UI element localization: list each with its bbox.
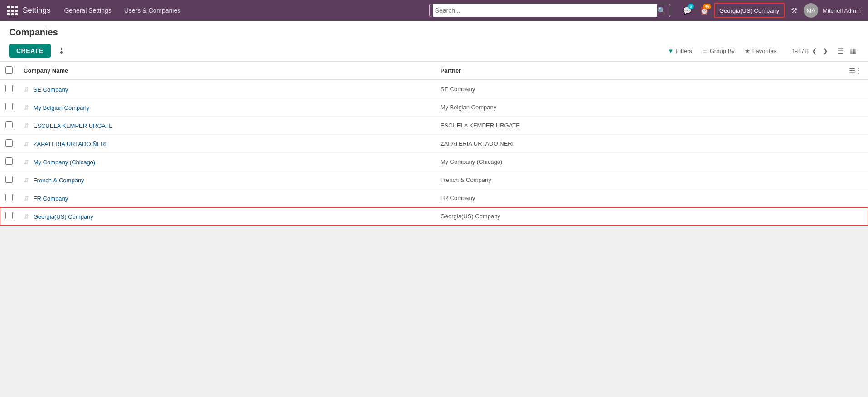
drag-handle-icon: ⇵ xyxy=(24,104,29,111)
company-name-link[interactable]: French & Company xyxy=(34,177,84,184)
companies-table: Company Name Partner ☰⋮ ⇵ SE Company SE … xyxy=(0,62,868,225)
row-partner-cell: ZAPATERIA URTADO ÑERI xyxy=(435,135,844,153)
row-company-name-cell: ⇵ Georgia(US) Company xyxy=(18,207,435,225)
row-company-name-cell: ⇵ ESCUELA KEMPER URGATE xyxy=(18,117,435,135)
table-row: ⇵ ZAPATERIA URTADO ÑERI ZAPATERIA URTADO… xyxy=(0,135,868,153)
toolbar: CREATE ⇣ ▼ Filters ☰ Group By ★ Favorite… xyxy=(0,40,868,62)
row-checkbox-7[interactable] xyxy=(5,212,13,219)
app-title: Settings xyxy=(21,6,58,15)
apps-menu-button[interactable] xyxy=(5,2,21,19)
row-checkbox-1[interactable] xyxy=(5,103,13,110)
col-header-settings[interactable]: ☰⋮ xyxy=(844,62,868,80)
col-header-partner[interactable]: Partner xyxy=(435,62,844,80)
top-navigation: Settings General Settings Users & Compan… xyxy=(0,0,868,21)
activity-badge: 46 xyxy=(703,4,711,9)
company-name-link[interactable]: SE Company xyxy=(34,86,68,93)
row-partner-cell: SE Company xyxy=(435,80,844,98)
row-checkbox-3[interactable] xyxy=(5,139,13,147)
user-name-label[interactable]: Mitchell Admin xyxy=(820,7,863,14)
filters-button[interactable]: ▼ Filters xyxy=(663,45,696,57)
global-search-input[interactable] xyxy=(433,4,657,17)
row-company-name-cell: ⇵ French & Company xyxy=(18,171,435,189)
table-row: ⇵ ESCUELA KEMPER URGATE ESCUELA KEMPER U… xyxy=(0,117,868,135)
discuss-badge: 6 xyxy=(688,4,694,9)
col-header-company-name[interactable]: Company Name xyxy=(18,62,435,80)
import-button[interactable]: ⇣ xyxy=(54,44,68,58)
column-settings-button[interactable]: ☰⋮ xyxy=(849,66,863,75)
row-checkbox-cell[interactable] xyxy=(0,98,18,117)
row-checkbox-cell[interactable] xyxy=(0,171,18,189)
apps-grid-icon xyxy=(7,6,18,15)
row-partner-cell: My Company (Chicago) xyxy=(435,153,844,171)
row-settings-cell xyxy=(844,171,868,189)
favorites-button[interactable]: ★ Favorites xyxy=(740,45,781,57)
table-row: ⇵ My Company (Chicago) My Company (Chica… xyxy=(0,153,868,171)
filter-icon: ▼ xyxy=(668,48,674,54)
select-all-checkbox-header[interactable] xyxy=(0,62,18,80)
row-company-name-cell: ⇵ SE Company xyxy=(18,80,435,98)
row-partner-cell: FR Company xyxy=(435,189,844,207)
settings-wrench-icon-btn[interactable]: ⚒ xyxy=(786,3,802,18)
user-avatar[interactable]: MA xyxy=(804,3,818,18)
list-view-button[interactable]: ☰ xyxy=(835,45,846,57)
page-navigation: ❮ ❯ xyxy=(810,46,830,55)
row-checkbox-cell[interactable] xyxy=(0,189,18,207)
partner-name-text: ZAPATERIA URTADO ÑERI xyxy=(441,140,514,147)
partner-name-text: Georgia(US) Company xyxy=(441,213,500,220)
row-checkbox-cell[interactable] xyxy=(0,80,18,98)
activity-icon-btn[interactable]: ⏰ 46 xyxy=(697,3,712,18)
row-checkbox-cell[interactable] xyxy=(0,117,18,135)
company-name-link[interactable]: My Belgian Company xyxy=(34,104,90,111)
row-checkbox-6[interactable] xyxy=(5,194,13,201)
search-magnify-icon[interactable]: 🔍 xyxy=(657,6,666,15)
drag-handle-icon: ⇵ xyxy=(24,176,29,184)
row-checkbox-cell[interactable] xyxy=(0,135,18,153)
favorites-star-icon: ★ xyxy=(745,48,750,54)
top-menu: General Settings Users & Companies xyxy=(58,0,187,21)
create-button[interactable]: CREATE xyxy=(9,44,51,58)
row-checkbox-cell[interactable] xyxy=(0,207,18,225)
table-row: ⇵ FR Company FR Company xyxy=(0,189,868,207)
table-row: ⇵ SE Company SE Company xyxy=(0,80,868,98)
company-name-link[interactable]: Georgia(US) Company xyxy=(34,213,93,220)
partner-name-text: French & Company xyxy=(441,176,491,183)
table-row: ⇵ My Belgian Company My Belgian Company xyxy=(0,98,868,117)
discuss-icon-btn[interactable]: 💬 6 xyxy=(679,3,695,18)
row-company-name-cell: ⇵ My Belgian Company xyxy=(18,98,435,117)
row-checkbox-0[interactable] xyxy=(5,85,13,92)
pagination-text: 1-8 / 8 xyxy=(792,48,809,54)
row-partner-cell: My Belgian Company xyxy=(435,98,844,117)
drag-handle-icon: ⇵ xyxy=(24,86,29,93)
next-page-button[interactable]: ❯ xyxy=(820,46,830,55)
company-name-link[interactable]: FR Company xyxy=(34,195,68,202)
row-checkbox-4[interactable] xyxy=(5,157,13,165)
row-checkbox-5[interactable] xyxy=(5,176,13,183)
company-switcher-button[interactable]: Georgia(US) Company xyxy=(714,3,785,18)
row-settings-cell xyxy=(844,117,868,135)
nav-users-companies[interactable]: Users & Companies xyxy=(118,0,187,21)
company-name-link[interactable]: ZAPATERIA URTADO ÑERI xyxy=(34,141,107,147)
row-settings-cell xyxy=(844,153,868,171)
prev-page-button[interactable]: ❮ xyxy=(810,46,820,55)
row-checkbox-cell[interactable] xyxy=(0,153,18,171)
groupby-icon: ☰ xyxy=(702,48,708,54)
row-checkbox-2[interactable] xyxy=(5,121,13,128)
company-name-link[interactable]: ESCUELA KEMPER URGATE xyxy=(34,123,113,129)
groupby-button[interactable]: ☰ Group By xyxy=(698,45,739,57)
company-name-link[interactable]: My Company (Chicago) xyxy=(34,159,96,166)
row-settings-cell xyxy=(844,135,868,153)
partner-name-text: ESCUELA KEMPER URGATE xyxy=(441,122,520,129)
drag-handle-icon: ⇵ xyxy=(24,158,29,166)
table-row: ⇵ Georgia(US) Company Georgia(US) Compan… xyxy=(0,207,868,225)
row-partner-cell: Georgia(US) Company xyxy=(435,207,844,225)
kanban-view-button[interactable]: ▦ xyxy=(848,45,859,57)
row-settings-cell xyxy=(844,189,868,207)
select-all-checkbox[interactable] xyxy=(5,66,13,74)
nav-general-settings[interactable]: General Settings xyxy=(58,0,117,21)
row-settings-cell xyxy=(844,98,868,117)
table-container: Company Name Partner ☰⋮ ⇵ SE Company SE … xyxy=(0,62,868,225)
row-partner-cell: French & Company xyxy=(435,171,844,189)
partner-name-text: SE Company xyxy=(441,86,475,93)
page-header: Companies xyxy=(0,21,868,40)
favorites-label: Favorites xyxy=(752,48,776,54)
